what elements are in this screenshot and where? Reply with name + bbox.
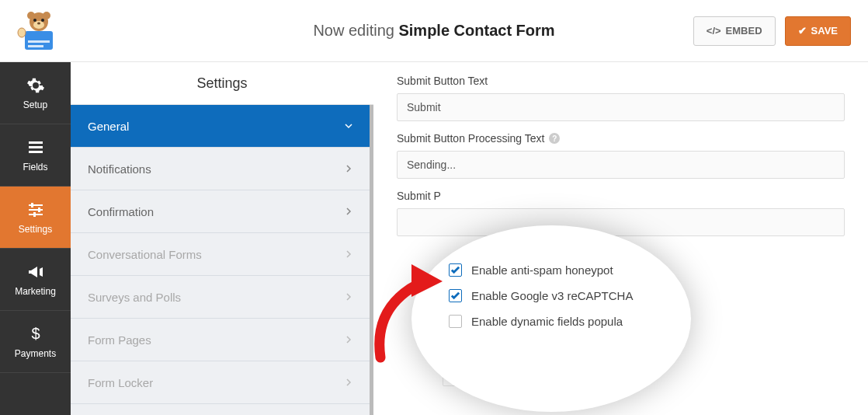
checkbox-unchecked-icon (449, 315, 462, 328)
panel-title: Settings (71, 62, 373, 105)
svg-rect-17 (31, 203, 33, 208)
svg-point-5 (43, 12, 50, 19)
main-sidebar: Setup Fields Settings Marketing $ Paymen… (0, 62, 71, 415)
check-icon: ✔ (798, 25, 807, 37)
chevron-right-icon (345, 293, 352, 301)
check-dynamic[interactable]: Enable dynamic fields popula (449, 315, 633, 328)
check-honeypot[interactable]: Enable anti-spam honeypot (449, 263, 633, 277)
submit-text-input[interactable] (397, 93, 845, 121)
sidebar-setup[interactable]: Setup (0, 62, 71, 124)
save-button[interactable]: ✔ SAVE (785, 16, 851, 46)
chevron-right-icon (345, 378, 352, 386)
sliders-icon (26, 201, 45, 219)
svg-rect-12 (29, 146, 43, 148)
checkbox-checked-icon (450, 265, 460, 275)
editing-label: Now editing Simple Contact Form (313, 22, 554, 40)
svg-rect-18 (38, 208, 40, 212)
svg-text:$: $ (31, 325, 40, 342)
panel-form-locker[interactable]: Form Locker (71, 361, 370, 404)
dollar-icon: $ (26, 325, 45, 344)
svg-point-8 (41, 19, 44, 22)
chevron-right-icon (345, 165, 352, 173)
processing-text-input[interactable] (397, 151, 845, 179)
panel-form-pages[interactable]: Form Pages (71, 319, 370, 361)
svg-point-7 (33, 19, 36, 22)
sidebar-settings[interactable]: Settings (0, 187, 71, 249)
sidebar-fields[interactable]: Fields (0, 124, 71, 187)
app-logo (17, 9, 61, 53)
sidebar-marketing[interactable]: Marketing (0, 249, 71, 311)
svg-rect-15 (29, 209, 43, 211)
sidebar-payments[interactable]: $ Payments (0, 311, 71, 373)
processing-text-label: Submit Button Processing Text ? (397, 132, 845, 145)
megaphone-icon (26, 263, 45, 281)
svg-rect-1 (28, 40, 50, 43)
panel-notifications[interactable]: Notifications (71, 148, 370, 190)
chevron-down-icon (345, 122, 352, 130)
panel-surveys[interactable]: Surveys and Polls (71, 276, 370, 319)
chevron-right-icon (345, 250, 352, 258)
svg-rect-14 (29, 204, 43, 206)
list-icon (26, 138, 45, 157)
code-icon: </> (707, 25, 721, 37)
svg-point-10 (18, 28, 26, 37)
check-recaptcha[interactable]: Enable Google v3 reCAPTCHA (449, 289, 633, 302)
chevron-right-icon (345, 208, 352, 215)
gear-icon (26, 76, 45, 95)
svg-rect-11 (29, 141, 43, 144)
submit-p-input[interactable] (397, 208, 845, 236)
panel-general[interactable]: General (71, 105, 370, 148)
panel-confirmation[interactable]: Confirmation (71, 190, 370, 233)
submit-p-label: Submit P (397, 190, 845, 202)
svg-rect-13 (29, 151, 43, 153)
svg-rect-19 (33, 212, 36, 217)
embed-button[interactable]: </> EMBED (693, 16, 776, 46)
checkbox-checked-icon (450, 291, 460, 301)
help-icon[interactable]: ? (549, 133, 560, 144)
submit-text-label: Submit Button Text (397, 75, 845, 87)
chevron-right-icon (345, 336, 352, 344)
svg-rect-2 (28, 45, 43, 47)
panel-conversational[interactable]: Conversational Forms (71, 233, 370, 276)
svg-point-9 (37, 22, 40, 24)
svg-point-4 (27, 12, 35, 19)
